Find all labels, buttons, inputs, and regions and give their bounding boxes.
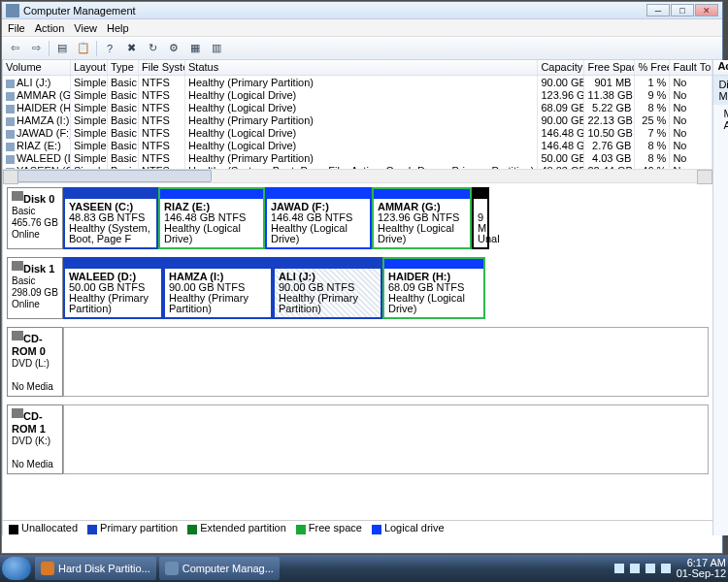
menu-file[interactable]: File — [8, 22, 25, 34]
delete-icon[interactable]: ✖ — [122, 40, 140, 57]
volume-row[interactable]: RIAZ (E:)SimpleBasicNTFSHealthy (Logical… — [3, 139, 712, 151]
menu-action[interactable]: Action — [35, 22, 65, 34]
forward-button[interactable]: ⇨ — [27, 40, 45, 57]
partition[interactable]: HAMZA (I:)90.00 GB NTFSHealthy (Primary … — [163, 257, 273, 319]
disk-row: CD-ROM 1DVD (K:)No Media — [7, 404, 709, 474]
disk-header[interactable]: Disk 0Basic465.76 GBOnline — [7, 187, 63, 249]
settings-icon[interactable]: ⚙ — [165, 40, 182, 57]
disk-row: Disk 0Basic465.76 GBOnlineYASEEN (C:)48.… — [7, 187, 709, 249]
volume-row[interactable]: ALI (J:)SimpleBasicNTFSHealthy (Primary … — [3, 76, 712, 88]
partition[interactable]: JAWAD (F:)146.48 GB NTFSHealthy (Logical… — [265, 187, 372, 249]
partition[interactable]: YASEEN (C:)48.83 GB NTFSHealthy (System,… — [63, 187, 158, 249]
volume-row[interactable]: AMMAR (G:)SimpleBasicNTFSHealthy (Logica… — [3, 88, 712, 101]
firefox-icon — [41, 562, 54, 575]
actions-header: Actions — [713, 60, 728, 76]
clock-date[interactable]: 01-Sep-12 — [677, 568, 726, 579]
legend: UnallocatedPrimary partitionExtended par… — [3, 520, 712, 535]
refresh-button[interactable]: ↻ — [144, 40, 161, 57]
volume-row[interactable]: JAWAD (F:)SimpleBasicNTFSHealthy (Logica… — [3, 126, 712, 139]
partition[interactable]: AMMAR (G:)123.96 GB NTFSHealthy (Logical… — [372, 187, 472, 249]
show-hide-tree-button[interactable]: ▤ — [53, 40, 71, 57]
partition[interactable]: WALEED (D:)50.00 GB NTFSHealthy (Primary… — [63, 257, 163, 319]
volume-icon[interactable] — [661, 564, 671, 573]
app-icon — [6, 4, 19, 17]
col-faulttol[interactable]: Fault Tole — [670, 60, 712, 75]
col-volume[interactable]: Volume — [3, 60, 71, 75]
legend-item: Extended partition — [187, 522, 286, 534]
tray-icon[interactable] — [630, 564, 640, 573]
help-button[interactable]: ? — [101, 40, 118, 57]
menu-help[interactable]: Help — [107, 22, 129, 34]
menubar: File Action View Help — [2, 19, 722, 37]
taskbar[interactable]: Hard Disk Partitio... Computer Manag... … — [0, 555, 728, 582]
titlebar[interactable]: Computer Management ─ □ ✕ — [2, 2, 722, 19]
computer-management-window: Computer Management ─ □ ✕ File Action Vi… — [1, 1, 723, 554]
tray-icon[interactable] — [614, 564, 624, 573]
legend-item: Unallocated — [9, 522, 78, 534]
col-freespace[interactable]: Free Space — [584, 60, 635, 75]
col-pctfree[interactable]: % Free — [635, 60, 670, 75]
disk-header[interactable]: CD-ROM 1DVD (K:)No Media — [7, 404, 63, 474]
toolbar: ⇦ ⇨ ▤ 📋 ? ✖ ↻ ⚙ ▦ ▥ — [2, 37, 722, 60]
partition[interactable]: RIAZ (E:)146.48 GB NTFSHealthy (Logical … — [158, 187, 265, 249]
col-layout[interactable]: Layout — [71, 60, 108, 75]
legend-item: Logical drive — [372, 522, 445, 534]
close-button[interactable]: ✕ — [695, 4, 718, 16]
partition[interactable]: 9 MIUnal — [472, 187, 489, 249]
legend-item: Free space — [296, 522, 362, 534]
col-filesystem[interactable]: File System — [139, 60, 185, 75]
col-capacity[interactable]: Capacity — [538, 60, 584, 75]
taskbar-item-compmgmt[interactable]: Computer Manag... — [159, 557, 280, 580]
partition[interactable]: HAIDER (H:)68.09 GB NTFSHealthy (Logical… — [382, 257, 485, 319]
properties-button[interactable]: 📋 — [75, 40, 92, 57]
volume-list-header[interactable]: Volume Layout Type File System Status Ca… — [3, 60, 712, 76]
window-title: Computer Management — [23, 5, 136, 16]
disk-row: Disk 1Basic298.09 GBOnlineWALEED (D:)50.… — [7, 257, 709, 319]
col-type[interactable]: Type — [108, 60, 139, 75]
legend-item: Primary partition — [87, 522, 178, 534]
system-tray[interactable]: 6:17 AM01-Sep-12 — [614, 558, 726, 579]
disk-graphic-view[interactable]: Disk 0Basic465.76 GBOnlineYASEEN (C:)48.… — [3, 183, 712, 520]
actions-pane: Actions Disk Management▴ More Actions▸ — [712, 60, 728, 535]
volume-list[interactable]: ALI (J:)SimpleBasicNTFSHealthy (Primary … — [3, 76, 712, 169]
disk-header[interactable]: CD-ROM 0DVD (L:)No Media — [7, 327, 63, 397]
network-icon[interactable] — [645, 564, 655, 573]
start-button[interactable] — [2, 557, 31, 580]
taskbar-item-firefox[interactable]: Hard Disk Partitio... — [35, 557, 156, 580]
disk-header[interactable]: Disk 1Basic298.09 GBOnline — [7, 257, 63, 319]
actions-more[interactable]: More Actions▸ — [713, 105, 728, 134]
maximize-button[interactable]: □ — [671, 4, 694, 16]
horizontal-scrollbar[interactable] — [3, 169, 712, 183]
partition[interactable]: ALI (J:)90.00 GB NTFSHealthy (Primary Pa… — [273, 257, 382, 319]
back-button[interactable]: ⇦ — [6, 40, 23, 57]
volume-row[interactable]: WALEED (D:)SimpleBasicNTFSHealthy (Prima… — [3, 151, 712, 164]
view-top-icon[interactable]: ▦ — [186, 40, 204, 57]
col-status[interactable]: Status — [185, 60, 538, 75]
center-pane: Volume Layout Type File System Status Ca… — [3, 60, 712, 535]
actions-section[interactable]: Disk Management▴ — [713, 76, 728, 105]
disk-row: CD-ROM 0DVD (L:)No Media — [7, 327, 709, 397]
volume-row[interactable]: HAMZA (I:)SimpleBasicNTFSHealthy (Primar… — [3, 113, 712, 126]
volume-row[interactable]: HAIDER (H:)SimpleBasicNTFSHealthy (Logic… — [3, 101, 712, 113]
minimize-button[interactable]: ─ — [646, 4, 670, 16]
view-bottom-icon[interactable]: ▥ — [208, 40, 225, 57]
menu-view[interactable]: View — [74, 22, 97, 34]
compmgmt-icon — [165, 562, 179, 575]
